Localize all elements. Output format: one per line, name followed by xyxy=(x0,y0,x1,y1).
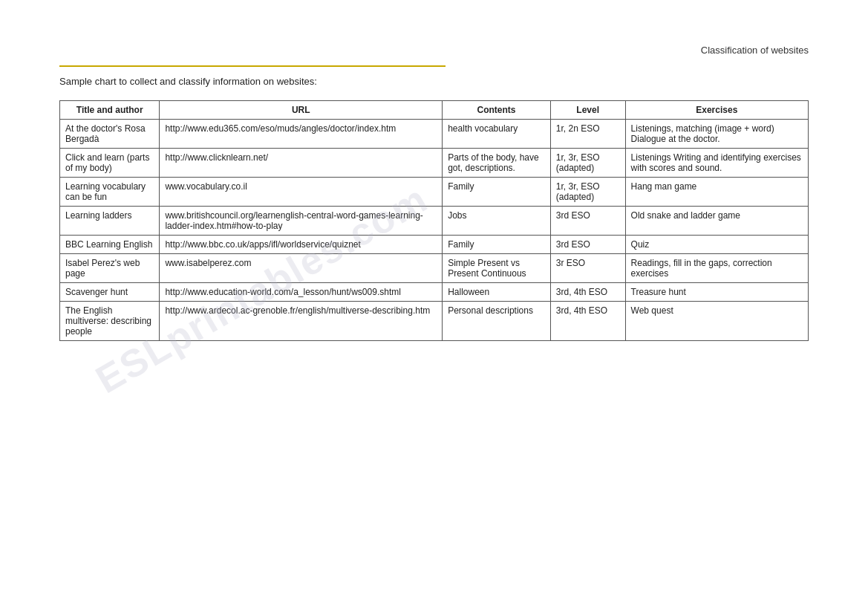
cell-exercises: Old snake and ladder game xyxy=(625,207,808,236)
col-header-level: Level xyxy=(550,101,625,120)
cell-contents: Parts of the body, have got, description… xyxy=(443,149,551,178)
col-header-title: Title and author xyxy=(60,101,160,120)
page-container: Classification of websites Sample chart … xyxy=(0,0,868,386)
cell-contents: Simple Present vs Present Continuous xyxy=(443,254,551,283)
col-header-url: URL xyxy=(160,101,443,120)
cell-url: http://www.ardecol.ac-grenoble.fr/englis… xyxy=(160,302,443,341)
table-row: Learning vocabulary can be funwww.vocabu… xyxy=(60,178,809,207)
cell-title: BBC Learning English xyxy=(60,236,160,254)
cell-exercises: Listenings Writing and identifying exerc… xyxy=(625,149,808,178)
cell-level: 1r, 3r, ESO (adapted) xyxy=(550,149,625,178)
cell-title: At the doctor's Rosa Bergadà xyxy=(60,120,160,149)
cell-title: Learning vocabulary can be fun xyxy=(60,178,160,207)
cell-contents: Halloween xyxy=(443,283,551,302)
cell-url: www.isabelperez.com xyxy=(160,254,443,283)
cell-level: 1r, 2n ESO xyxy=(550,120,625,149)
cell-contents: Jobs xyxy=(443,207,551,236)
cell-title: Learning ladders xyxy=(60,207,160,236)
cell-contents: health vocabulary xyxy=(443,120,551,149)
cell-level: 3rd, 4th ESO xyxy=(550,302,625,341)
table-row: Learning ladderswww.britishcouncil.org/l… xyxy=(60,207,809,236)
cell-url: www.vocabulary.co.il xyxy=(160,178,443,207)
cell-contents: Personal descriptions xyxy=(443,302,551,341)
cell-level: 3rd ESO xyxy=(550,207,625,236)
cell-exercises: Readings, fill in the gaps, correction e… xyxy=(625,254,808,283)
cell-title: Click and learn (parts of my body) xyxy=(60,149,160,178)
table-row: At the doctor's Rosa Bergadàhttp://www.e… xyxy=(60,120,809,149)
table-row: Isabel Perez's web pagewww.isabelperez.c… xyxy=(60,254,809,283)
page-subtitle: Sample chart to collect and classify inf… xyxy=(59,76,809,87)
page-title: Classification of websites xyxy=(701,45,809,56)
cell-url: http://www.edu365.com/eso/muds/angles/do… xyxy=(160,120,443,149)
table-header-row: Title and author URL Contents Level Exer… xyxy=(60,101,809,120)
cell-level: 3r ESO xyxy=(550,254,625,283)
table-row: The English multiverse: describing peopl… xyxy=(60,302,809,341)
divider-line xyxy=(59,65,446,67)
cell-exercises: Web quest xyxy=(625,302,808,341)
cell-url: http://www.clicknlearn.net/ xyxy=(160,149,443,178)
cell-level: 3rd, 4th ESO xyxy=(550,283,625,302)
cell-title: Scavenger hunt xyxy=(60,283,160,302)
cell-exercises: Quiz xyxy=(625,236,808,254)
table-row: BBC Learning Englishhttp://www.bbc.co.uk… xyxy=(60,236,809,254)
table-row: Scavenger hunthttp://www.education-world… xyxy=(60,283,809,302)
cell-exercises: Treasure hunt xyxy=(625,283,808,302)
cell-title: The English multiverse: describing peopl… xyxy=(60,302,160,341)
cell-level: 3rd ESO xyxy=(550,236,625,254)
cell-url: http://www.bbc.co.uk/apps/ifl/worldservi… xyxy=(160,236,443,254)
col-header-contents: Contents xyxy=(443,101,551,120)
cell-level: 1r, 3r, ESO (adapted) xyxy=(550,178,625,207)
classification-table: Title and author URL Contents Level Exer… xyxy=(59,100,809,341)
col-header-exercises: Exercises xyxy=(625,101,808,120)
cell-url: http://www.education-world.com/a_lesson/… xyxy=(160,283,443,302)
cell-url: www.britishcouncil.org/learnenglish-cent… xyxy=(160,207,443,236)
cell-contents: Family xyxy=(443,178,551,207)
cell-exercises: Listenings, matching (image + word) Dial… xyxy=(625,120,808,149)
cell-exercises: Hang man game xyxy=(625,178,808,207)
cell-title: Isabel Perez's web page xyxy=(60,254,160,283)
cell-contents: Family xyxy=(443,236,551,254)
table-row: Click and learn (parts of my body)http:/… xyxy=(60,149,809,178)
